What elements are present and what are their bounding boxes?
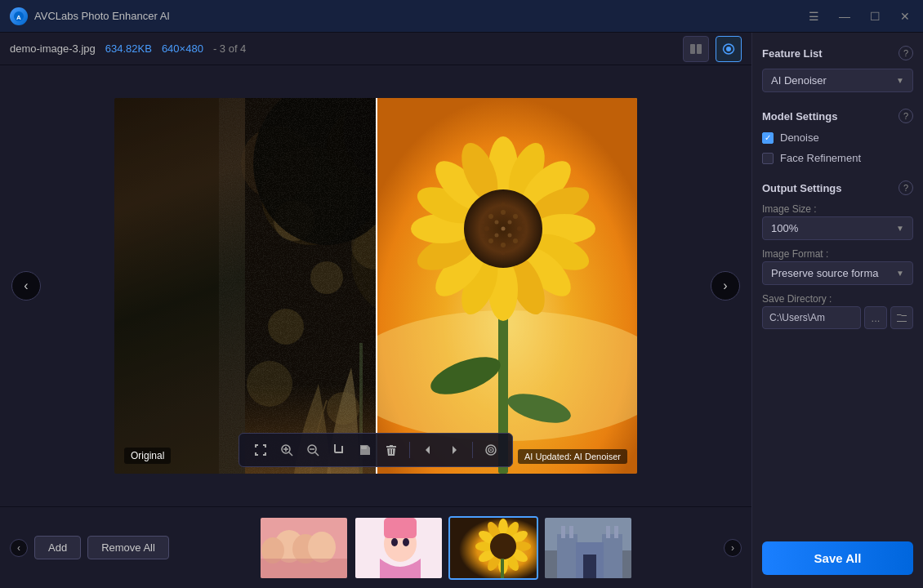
svg-point-58: [495, 234, 499, 238]
thumbnail-3[interactable]: [448, 516, 538, 580]
close-button[interactable]: ✕: [897, 7, 913, 26]
feature-list-value: AI Denoiser: [771, 74, 827, 87]
svg-point-61: [481, 220, 485, 225]
fit-view-button[interactable]: [249, 439, 272, 461]
save-all-button[interactable]: Save All: [762, 541, 913, 575]
svg-rect-106: [602, 534, 622, 580]
titlebar: A AVCLabs Photo Enhancer AI ☰ — ☐ ✕: [0, 0, 923, 33]
app-title: AVCLabs Photo Enhancer AI: [34, 10, 170, 22]
image-format-value: Preserve source forma: [771, 267, 879, 279]
ai-updated-label: AI Updated: AI Denoiser: [518, 449, 627, 464]
preview-button[interactable]: [716, 36, 742, 62]
thumbnails-row: [176, 516, 717, 580]
svg-rect-108: [561, 526, 565, 538]
denoise-checkbox[interactable]: [762, 132, 774, 144]
split-divider: [376, 98, 377, 474]
image-size-label: Image Size :: [762, 203, 913, 215]
panel-bottom: Save All: [762, 533, 913, 575]
original-label: Original: [124, 448, 171, 464]
svg-text:A: A: [16, 14, 21, 21]
original-image-content: [114, 98, 376, 474]
menu-button[interactable]: ☰: [805, 7, 823, 26]
svg-rect-112: [583, 555, 596, 580]
file-size: 634.82KB: [105, 42, 152, 55]
app-icon: A: [10, 7, 28, 25]
svg-point-56: [495, 220, 499, 225]
model-settings-title: Model Settings: [762, 110, 837, 122]
thumbnail-4[interactable]: [543, 516, 633, 580]
center-area: demo-image-3.jpg 634.82KB 640×480 - 3 of…: [0, 33, 751, 588]
svg-rect-3: [697, 44, 702, 54]
output-settings-help-button[interactable]: ?: [898, 180, 913, 195]
svg-point-53: [488, 238, 493, 243]
browse-folder-button[interactable]: [890, 306, 913, 329]
svg-point-55: [508, 220, 512, 225]
thumb-nav-right-button[interactable]: ›: [724, 539, 742, 557]
image-format-dropdown[interactable]: Preserve source forma ▼: [762, 261, 913, 285]
svg-point-76: [490, 449, 492, 451]
bottom-bar: ‹ Add Remove All: [0, 506, 751, 588]
face-refinement-row: Face Refinement: [762, 152, 913, 164]
save-button[interactable]: [354, 439, 377, 461]
svg-point-87: [403, 538, 409, 546]
minimize-button[interactable]: —: [836, 7, 854, 26]
feature-list-help-button[interactable]: ?: [898, 46, 913, 60]
original-image-half: [114, 98, 376, 474]
save-directory-group: Save Directory : C:\Users\Am ...: [762, 293, 913, 329]
svg-point-47: [501, 210, 506, 215]
svg-point-48: [513, 214, 518, 219]
thumbnail-1[interactable]: [259, 516, 349, 580]
file-info-actions: [683, 36, 742, 62]
svg-point-54: [501, 243, 506, 247]
crop-button[interactable]: [328, 439, 350, 461]
svg-rect-102: [501, 559, 504, 580]
image-format-arrow-icon: ▼: [896, 269, 904, 278]
save-directory-input[interactable]: C:\Users\Am: [762, 306, 861, 329]
compare-view-button[interactable]: [683, 36, 709, 62]
svg-point-86: [391, 538, 398, 546]
zoom-out-button[interactable]: [301, 439, 324, 461]
image-format-group: Image Format : Preserve source forma ▼: [762, 248, 913, 285]
prev-button[interactable]: [417, 439, 439, 461]
svg-point-101: [490, 533, 516, 559]
image-container: Original AI Updated: AI Denoiser: [114, 98, 637, 474]
zoom-in-button[interactable]: [275, 439, 298, 461]
output-settings-header: Output Settings ?: [762, 180, 913, 195]
image-size-dropdown[interactable]: 100% ▼: [762, 216, 913, 240]
model-settings-help-button[interactable]: ?: [898, 109, 913, 123]
svg-rect-105: [557, 534, 577, 580]
image-viewer: ‹: [0, 65, 751, 506]
prev-image-button[interactable]: ‹: [11, 271, 41, 301]
denoise-row: Denoise: [762, 131, 913, 144]
enhanced-image-half: [376, 98, 637, 474]
svg-rect-85: [384, 518, 417, 538]
target-button[interactable]: [479, 439, 502, 461]
svg-point-49: [488, 214, 493, 219]
output-settings-section: Output Settings ? Image Size : 100% ▼ Im…: [762, 180, 913, 329]
thumb-nav-left-button[interactable]: ‹: [10, 539, 28, 557]
add-button[interactable]: Add: [34, 536, 81, 559]
svg-rect-73: [361, 446, 367, 449]
svg-rect-82: [261, 559, 349, 580]
save-directory-row: C:\Users\Am ...: [762, 306, 913, 329]
feature-list-dropdown[interactable]: AI Denoiser ▼: [762, 69, 913, 92]
svg-line-72: [315, 452, 319, 456]
maximize-button[interactable]: ☐: [867, 7, 884, 26]
svg-point-80: [308, 532, 336, 563]
thumbnail-2[interactable]: [354, 516, 444, 580]
svg-line-69: [289, 452, 292, 456]
face-refinement-checkbox[interactable]: [762, 153, 774, 164]
model-settings-section: Model Settings ? Denoise Face Refinement: [762, 109, 913, 164]
next-button[interactable]: [443, 439, 466, 461]
svg-point-4: [726, 47, 731, 51]
svg-rect-110: [606, 526, 610, 538]
more-options-button[interactable]: ...: [864, 306, 887, 329]
image-format-label: Image Format :: [762, 248, 913, 260]
svg-point-63: [481, 234, 485, 238]
next-image-button[interactable]: ›: [711, 271, 740, 301]
main-content: demo-image-3.jpg 634.82KB 640×480 - 3 of…: [0, 33, 923, 588]
titlebar-controls: ☰ — ☐ ✕: [805, 7, 913, 26]
image-toolbar: [239, 433, 513, 467]
delete-button[interactable]: [380, 439, 403, 461]
remove-all-button[interactable]: Remove All: [87, 536, 169, 559]
